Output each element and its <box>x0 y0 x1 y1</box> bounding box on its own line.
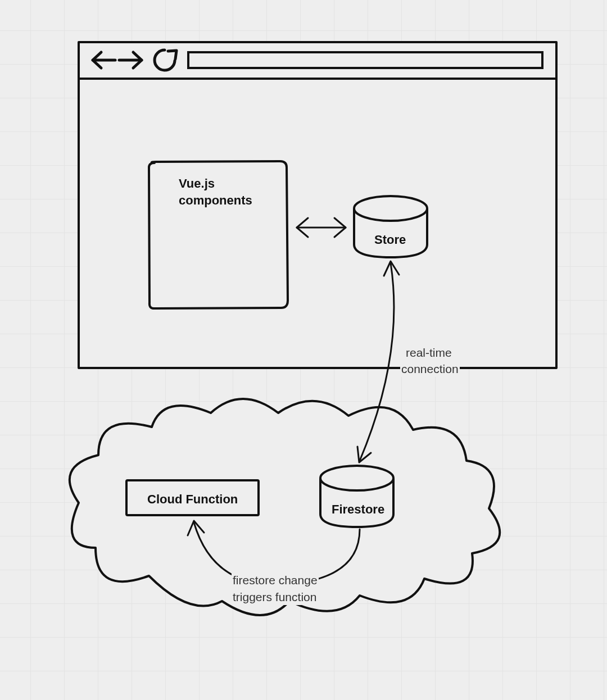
address-bar <box>188 52 542 68</box>
realtime-label-2: connection <box>400 361 460 377</box>
trigger-label-1: firestore change <box>232 572 319 588</box>
vue-components-box <box>149 161 288 308</box>
store-label: Store <box>374 231 406 248</box>
svg-point-3 <box>320 466 393 490</box>
cloud-function-label: Cloud Function <box>147 491 238 508</box>
svg-point-0 <box>354 196 427 221</box>
firestore-label: Firestore <box>332 501 384 518</box>
trigger-label-2: triggers function <box>232 589 318 605</box>
realtime-label-1: real-time <box>405 344 453 361</box>
vue-label-1: Vue.js <box>179 175 215 192</box>
vue-label-2: components <box>179 192 252 209</box>
